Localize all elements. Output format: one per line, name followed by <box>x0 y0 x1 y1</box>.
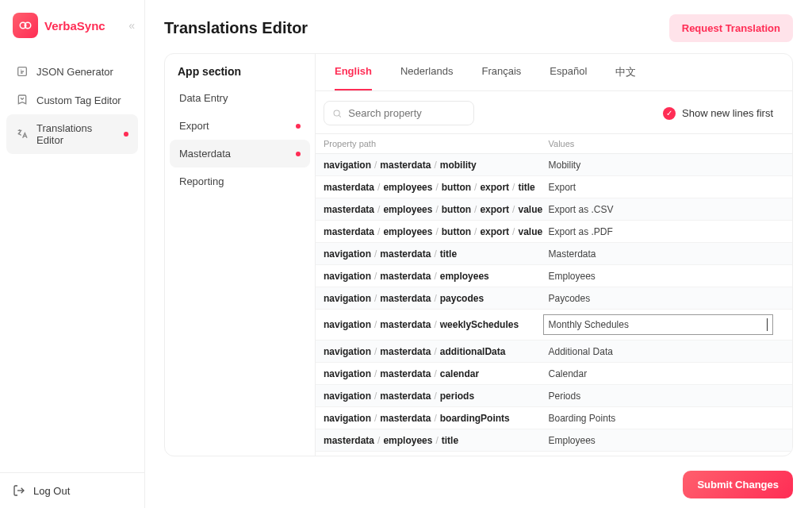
request-translation-button[interactable]: Request Translation <box>669 14 793 42</box>
brand: VerbaSync « <box>0 0 144 51</box>
search-icon <box>332 108 342 119</box>
main: Translations Editor Request Translation … <box>145 0 812 508</box>
show-new-lines-toggle[interactable]: ✓ Show new lines first <box>663 107 773 120</box>
row-value[interactable]: Periods <box>549 391 774 402</box>
controls-bar: ✓ Show new lines first <box>316 91 792 133</box>
row-value[interactable]: Monthly Schedules <box>543 314 774 335</box>
table-row[interactable]: masterdata/employees/button/export/value… <box>316 221 792 243</box>
collapse-sidebar-button[interactable]: « <box>128 19 135 32</box>
table-row[interactable]: navigation/masterdata/mobilityMobility <box>316 154 792 176</box>
section-column-title: App section <box>170 65 310 84</box>
row-path: navigation/masterdata/mobility <box>324 160 549 171</box>
row-value[interactable]: Export as .CSV <box>549 204 774 215</box>
section-item-label: Masterdata <box>179 148 231 160</box>
svg-line-5 <box>339 115 341 117</box>
section-list: Data EntryExportMasterdataReporting <box>170 84 310 195</box>
row-path: navigation/masterdata/paycodes <box>324 293 549 304</box>
row-path: navigation/masterdata/employees <box>324 271 549 282</box>
table-row[interactable]: navigation/masterdata/additionalDataAddi… <box>316 341 792 363</box>
tag-icon <box>16 94 29 106</box>
row-path: navigation/masterdata/boardingPoints <box>324 413 549 424</box>
table-row[interactable]: navigation/masterdata/paycodesPaycodes <box>316 287 792 310</box>
row-value[interactable]: Boarding Points <box>549 413 774 424</box>
table-row[interactable]: masterdata/employees/titleEmployees <box>316 429 792 452</box>
section-item-label: Data Entry <box>179 92 228 104</box>
table-row[interactable]: navigation/masterdata/employeesEmployees <box>316 265 792 287</box>
tab-english[interactable]: English <box>335 54 372 90</box>
page-title: Translations Editor <box>164 19 308 37</box>
table-row[interactable]: navigation/masterdata/titleMasterdata <box>316 243 792 265</box>
row-path: masterdata/employees/button/export/value <box>324 226 549 237</box>
row-value[interactable]: Export as .PDF <box>549 226 774 237</box>
brand-name: VerbaSync <box>44 19 105 33</box>
row-path: navigation/masterdata/calendar <box>324 368 549 379</box>
translate-icon <box>16 128 29 140</box>
row-value[interactable]: Mobility <box>549 160 774 171</box>
submit-changes-button[interactable]: Submit Changes <box>683 471 793 498</box>
row-value[interactable]: Calendar <box>549 368 774 379</box>
table-row[interactable]: navigation/masterdata/weeklySchedulesMon… <box>316 310 792 341</box>
toggle-label: Show new lines first <box>682 107 773 119</box>
row-path: masterdata/employees/title <box>324 435 549 446</box>
table-header: Property path Values <box>316 133 792 154</box>
table-row[interactable]: masterdata/employees/button/export/title… <box>316 176 792 198</box>
table-row[interactable]: navigation/masterdata/calendarCalendar <box>316 363 792 385</box>
section-item-data-entry[interactable]: Data Entry <box>170 84 310 112</box>
table-row[interactable]: navigation/masterdata/boardingPointsBoar… <box>316 407 792 429</box>
row-path: navigation/masterdata/title <box>324 248 549 260</box>
row-value[interactable]: Export <box>549 182 774 193</box>
table-row[interactable]: masterdata/employees/descriptionAll empl… <box>316 452 792 456</box>
nav-item-label: Translations Editor <box>36 122 116 146</box>
section-item-masterdata[interactable]: Masterdata <box>170 140 310 167</box>
logout-icon <box>13 484 25 497</box>
tab-français[interactable]: Français <box>481 54 521 90</box>
column-header-path: Property path <box>324 139 549 148</box>
row-value[interactable]: Paycodes <box>549 293 774 304</box>
section-item-export[interactable]: Export <box>170 112 310 140</box>
row-path: masterdata/employees/button/export/title <box>324 182 549 193</box>
nav-item-label: JSON Generator <box>36 66 113 78</box>
tab-中文[interactable]: 中文 <box>615 54 636 90</box>
logout-label: Log Out <box>33 485 70 497</box>
primary-nav: JSON GeneratorCustom Tag EditorTranslati… <box>0 51 144 472</box>
row-path: navigation/masterdata/weeklySchedules <box>324 319 543 330</box>
nav-item-translations-editor[interactable]: Translations Editor <box>6 114 138 154</box>
section-item-label: Reporting <box>179 175 224 187</box>
notification-dot <box>296 124 301 129</box>
column-header-values: Values <box>549 139 774 148</box>
section-column: App section Data EntryExportMasterdataRe… <box>165 54 316 456</box>
logout-button[interactable]: Log Out <box>0 472 144 508</box>
tab-nederlands[interactable]: Nederlands <box>400 54 454 90</box>
section-item-reporting[interactable]: Reporting <box>170 167 310 195</box>
row-value[interactable]: Employees <box>549 271 774 282</box>
row-path: navigation/masterdata/periods <box>324 391 549 402</box>
nav-item-json-generator[interactable]: JSON Generator <box>6 57 138 86</box>
row-value[interactable]: Masterdata <box>549 248 774 260</box>
svg-point-4 <box>334 110 339 115</box>
editor-panel: App section Data EntryExportMasterdataRe… <box>164 53 793 456</box>
tab-español[interactable]: Español <box>550 54 587 90</box>
language-tabs: EnglishNederlandsFrançaisEspañol中文 <box>316 54 792 91</box>
json-icon <box>16 65 29 78</box>
notification-dot <box>296 152 301 156</box>
row-value[interactable]: Employees <box>549 435 774 446</box>
section-item-label: Export <box>179 120 209 132</box>
brand-logo <box>13 13 38 38</box>
checkmark-icon: ✓ <box>663 107 676 120</box>
table-row[interactable]: masterdata/employees/button/export/value… <box>316 198 792 221</box>
translations-table[interactable]: navigation/masterdata/mobilityMobilityma… <box>316 154 792 456</box>
logo-icon <box>18 18 33 33</box>
header: Translations Editor Request Translation <box>164 14 793 42</box>
notification-dot <box>124 132 128 137</box>
nav-item-label: Custom Tag Editor <box>36 94 121 106</box>
nav-item-custom-tag-editor[interactable]: Custom Tag Editor <box>6 86 138 114</box>
content-column: EnglishNederlandsFrançaisEspañol中文 ✓ Sho… <box>316 54 792 456</box>
row-path: navigation/masterdata/additionalData <box>324 346 549 357</box>
sidebar: VerbaSync « JSON GeneratorCustom Tag Edi… <box>0 0 145 508</box>
table-row[interactable]: navigation/masterdata/periodsPeriods <box>316 385 792 407</box>
row-value[interactable]: Additional Data <box>549 346 774 357</box>
search-input-wrapper[interactable] <box>324 101 474 125</box>
footer-actions: Submit Changes <box>164 466 793 508</box>
row-path: masterdata/employees/button/export/value <box>324 204 549 215</box>
search-input[interactable] <box>348 107 465 119</box>
